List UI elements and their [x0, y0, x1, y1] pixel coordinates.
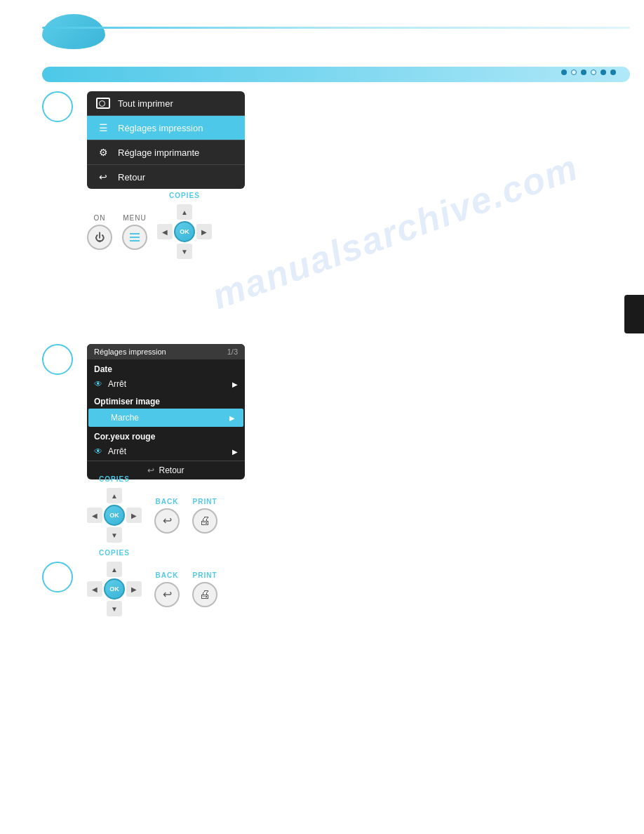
- on-button[interactable]: ⏻: [87, 225, 112, 250]
- screen2-page-indicator: 1/3: [227, 348, 238, 356]
- up-arrow-3: ▲: [111, 566, 118, 574]
- date-arrow: ▶: [232, 380, 238, 388]
- photo-icon: [95, 97, 111, 110]
- dot-5: [601, 70, 606, 75]
- step-2-bubble: [42, 344, 73, 375]
- right-arrow-icon: ▶: [201, 228, 207, 236]
- right-arrow-2: ▶: [131, 512, 137, 519]
- menu-retour-label: Retour: [118, 172, 145, 183]
- optimiser-value: Marche: [111, 413, 139, 423]
- ok-button-3[interactable]: OK: [104, 578, 125, 600]
- step-1: Tout imprimer ☰ Réglages impression ⚙ Ré…: [42, 91, 245, 259]
- dot-1: [561, 70, 567, 75]
- copies-label-3: COPIES: [99, 549, 130, 557]
- on-button-container: ON ⏻: [87, 214, 112, 250]
- watermark: manualsarchive.com: [206, 146, 584, 318]
- left-arrow-2: ◀: [92, 512, 98, 519]
- back-button-3[interactable]: ↩: [154, 582, 180, 607]
- dpad-left-2[interactable]: ◀: [87, 508, 102, 523]
- screen-1: Tout imprimer ☰ Réglages impression ⚙ Ré…: [87, 91, 245, 189]
- back-icon: ↩: [95, 171, 111, 183]
- tools-icon: ⚙: [95, 146, 111, 159]
- up-arrow-icon: ▲: [181, 208, 188, 216]
- dpad-down-2[interactable]: ▼: [107, 527, 122, 543]
- ok-button-1[interactable]: OK: [174, 221, 195, 242]
- dpad-up-3[interactable]: ▲: [107, 562, 122, 577]
- dpad-down-3[interactable]: ▼: [107, 601, 122, 616]
- copies-label-1: COPIES: [169, 192, 200, 199]
- optimiser-value-row[interactable]: 🖼 Marche ▶: [88, 409, 243, 427]
- screen2-title: Réglages impression: [94, 348, 166, 356]
- retour-label: Retour: [159, 465, 184, 475]
- coryeux-section: Cor.yeux rouge: [87, 427, 245, 444]
- dpad-right-3[interactable]: ▶: [126, 581, 142, 597]
- back-label-3: BACK: [156, 571, 179, 579]
- back-button-2[interactable]: ↩: [154, 508, 180, 534]
- print-button-container-2: PRINT 🖨: [192, 498, 217, 534]
- left-arrow-icon: ◀: [162, 228, 168, 236]
- step1-controls: ON ⏻ MENU COPIES ▲: [87, 204, 245, 259]
- step-3-bubble: [42, 562, 73, 593]
- step-3: COPIES ▲ ▼ ◀ ▶ OK BACK ↩ PRINT 🖨: [42, 562, 217, 616]
- step2-controls: COPIES ▲ ▼ ◀ ▶ OK BACK ↩: [87, 488, 245, 543]
- date-section: Date: [87, 359, 245, 376]
- on-label: ON: [94, 214, 106, 222]
- coryeux-label: Cor.yeux rouge: [94, 432, 155, 442]
- ok-button-2[interactable]: OK: [104, 505, 125, 526]
- dpad-right-2[interactable]: ▶: [126, 508, 142, 523]
- back-button-container-2: BACK ↩: [154, 498, 180, 534]
- dpad-left-1[interactable]: ◀: [157, 224, 173, 239]
- print-label-2: PRINT: [193, 498, 217, 505]
- screen2-header: Réglages impression 1/3: [87, 344, 245, 359]
- step-2: Réglages impression 1/3 Date 👁 Arrêt ▶ O…: [42, 344, 245, 543]
- menu-lines-icon: [130, 233, 140, 241]
- step2-dpad-container: COPIES ▲ ▼ ◀ ▶ OK: [87, 488, 142, 543]
- print-label-3: PRINT: [193, 571, 217, 579]
- image-icon: 🖼: [97, 413, 105, 423]
- date-value-row[interactable]: 👁 Arrêt ▶: [87, 376, 245, 392]
- header-line: [42, 27, 630, 29]
- right-arrow-3: ▶: [131, 585, 137, 593]
- print-button-2[interactable]: 🖨: [192, 508, 217, 534]
- dpad-down-1[interactable]: ▼: [177, 244, 192, 259]
- dot-2: [571, 70, 577, 75]
- coryeux-value-row[interactable]: 👁 Arrêt ▶: [87, 444, 245, 459]
- menu-label: MENU: [123, 214, 146, 222]
- menu-reglages-impression[interactable]: ☰ Réglages impression: [87, 116, 245, 140]
- dot-4: [591, 70, 596, 75]
- eye-icon-2: 👁: [94, 446, 102, 456]
- down-arrow-3: ▼: [111, 605, 118, 613]
- header-blob: [42, 14, 105, 49]
- dpad-left-3[interactable]: ◀: [87, 581, 102, 597]
- back-label-2: BACK: [156, 498, 179, 505]
- coryeux-value: Arrêt: [108, 446, 126, 456]
- dpad-up-2[interactable]: ▲: [107, 488, 122, 503]
- dot-6: [610, 70, 616, 75]
- settings-icon: ☰: [95, 121, 111, 134]
- dpad-right-1[interactable]: ▶: [196, 224, 212, 239]
- blue-bar: [42, 67, 630, 82]
- step3-controls: COPIES ▲ ▼ ◀ ▶ OK BACK ↩ PRINT 🖨: [87, 562, 217, 616]
- up-arrow-2: ▲: [111, 492, 118, 500]
- menu-reglage-imprimante[interactable]: ⚙ Réglage imprimante: [87, 140, 245, 164]
- step-1-bubble: [42, 91, 73, 122]
- coryeux-arrow: ▶: [232, 448, 238, 456]
- back-icon-small: ↩: [147, 465, 154, 475]
- menu-tout-imprimer[interactable]: Tout imprimer: [87, 91, 245, 115]
- menu-retour[interactable]: ↩ Retour: [87, 165, 245, 189]
- dpad-up-1[interactable]: ▲: [177, 204, 192, 220]
- step1-dpad-container: COPIES ▲ ▼ ◀ ▶ OK: [157, 204, 212, 259]
- eye-icon-1: 👁: [94, 379, 102, 389]
- date-label: Date: [94, 364, 112, 374]
- top-header: [0, 0, 644, 63]
- menu-button[interactable]: [122, 225, 147, 250]
- menu-button-container: MENU: [122, 214, 147, 250]
- print-button-3[interactable]: 🖨: [192, 582, 217, 607]
- side-tab: [624, 295, 644, 333]
- screen-2: Réglages impression 1/3 Date 👁 Arrêt ▶ O…: [87, 344, 245, 479]
- date-value: Arrêt: [108, 379, 126, 389]
- optimiser-section: Optimiser image: [87, 392, 245, 409]
- dot-3: [581, 70, 586, 75]
- menu-reglage-imprimante-label: Réglage imprimante: [118, 147, 199, 158]
- back-button-container-3: BACK ↩: [154, 571, 180, 607]
